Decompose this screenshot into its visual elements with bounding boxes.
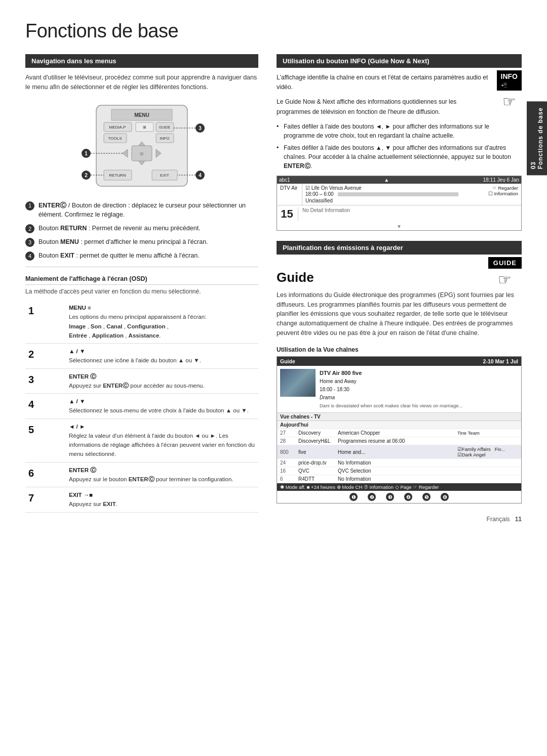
epg-row-6: 6 R4DTT No Information [277, 475, 521, 483]
info-button-graphic: INFO 📲 ☞ [497, 70, 522, 110]
svg-text:MENU: MENU [134, 112, 149, 118]
guide-now-next-preview: abc1 ▲ 18:11 Jeu 6 Jan DTV Air ☑ Life On… [277, 176, 522, 231]
svg-text:3: 3 [199, 125, 202, 131]
menu-row-3-num: 3 [25, 368, 66, 394]
preview-show: ☑ Life On Venus Avenue [305, 185, 478, 191]
preview-bottom-row: 15 No Detail Information [277, 205, 521, 223]
svg-text:MEDIA.P: MEDIA.P [109, 125, 126, 130]
svg-text:⊙: ⊙ [140, 151, 144, 156]
preview-ch-num: 15 [280, 207, 298, 221]
menu-row-1: 1 MENU ≡ Les options du menu principal a… [25, 300, 258, 344]
epg-featured-prog: Home and Away [320, 377, 463, 386]
osd-subtitle: La méthode d'accès peut varier en foncti… [25, 288, 258, 295]
preview-time-range: 18:11 Jeu 6 Jan [483, 177, 519, 183]
epg-featured-desc: Dani is devastated when scott makes clea… [320, 402, 463, 409]
info-bullets: Faites défiler à l'aide des boutons ◄, ►… [277, 122, 522, 171]
svg-text:2: 2 [85, 173, 88, 178]
epg-featured-ch: DTV Air 800 five [320, 369, 463, 378]
menu-row-6-num: 6 [25, 462, 66, 487]
epg-num-800: 800 [280, 449, 294, 455]
menu-row-5-label: ◄ / ► Réglez la valeur d'un élément à l'… [66, 418, 258, 462]
menu-row-4-label: ▲ / ▼ Sélectionnez le sous-menu de votre… [66, 394, 258, 419]
epg-header: Guide 2-10 Mar 1 Jul [277, 357, 521, 366]
preview-time: 18:00 – 6:00 [305, 191, 334, 197]
epg-header-right: 2-10 Mar 1 Jul [483, 358, 518, 364]
menu-row-6-label: ENTER Ⓒ Appuyez sur le bouton ENTERⒸ pou… [66, 462, 258, 487]
footer-number: 11 [515, 516, 522, 523]
chapter-tab: 03 Fonctions de base [527, 101, 547, 175]
remote-item-1-text: ENTERⒸ / Bouton de direction : déplacez … [38, 201, 258, 220]
svg-text:EXIT: EXIT [160, 173, 169, 178]
epg-prog-24: No Information [338, 460, 453, 466]
svg-text:RETURN: RETURN [109, 173, 126, 178]
epg-prog-800: Home and... [338, 449, 453, 455]
menu-row-2-num: 2 [25, 344, 66, 369]
chapter-number: 03 [530, 161, 537, 169]
num-2: 2 [25, 224, 34, 233]
info-btn-label: INFO 📲 [497, 70, 522, 91]
epg-prog-6: No Information [338, 476, 453, 482]
menu-row-1-label: MENU ≡ Les options du menu principal app… [66, 300, 258, 344]
remote-item-3-text: Bouton MENU : permet d'afficher le menu … [38, 237, 208, 247]
epg-featured-genre: Drama [320, 394, 463, 402]
page-title: Fonctions de base [25, 20, 522, 42]
planif-header: Planification des émissions à regarder [277, 241, 522, 255]
epg-today-label: Aujourd'hui [280, 422, 308, 428]
guide-hand-icon: ☞ [488, 271, 522, 288]
nav-header-text: Navigation dans les menus [31, 57, 116, 65]
preview-status: Unclassified [305, 198, 478, 203]
menu-row-5: 5 ◄ / ► Réglez la valeur d'un élément à … [25, 418, 258, 462]
info-section: Utilisation du bouton INFO (Guide Now & … [277, 54, 522, 231]
chapter-label: Fonctions de base [537, 107, 544, 169]
epg-ch-800: five [298, 449, 334, 455]
epg-num-16: 16 [280, 468, 294, 474]
info-bullet-1: Faites défiler à l'aide des boutons ◄, ►… [277, 122, 522, 140]
remote-item-1: 1 ENTERⒸ / Bouton de direction : déplace… [25, 201, 258, 220]
epg-header-left: Guide [280, 358, 295, 364]
remote-item-3: 3 Bouton MENU : permet d'afficher le men… [25, 237, 258, 247]
menu-row-7: 7 EXIT →■ Appuyez sur EXIT. [25, 487, 258, 513]
preview-actions: ☞ Regarder ☐ Information [481, 184, 521, 205]
guide-btn-label: GUIDE [488, 257, 522, 269]
guide-section: Guide GUIDE ☞ Les informations du Guide … [277, 260, 522, 504]
menu-row-4: 4 ▲ / ▼ Sélectionnez le sous-menu de vot… [25, 394, 258, 419]
epg-featured-info: DTV Air 800 five Home and Away 18:00 - 1… [320, 369, 463, 410]
preview-show-info: ☑ Life On Venus Avenue 18:00 – 6:00 Uncl… [302, 184, 481, 205]
guide-button-graphic: GUIDE ☞ [488, 257, 522, 288]
epg-prog-16: QVC Selection [338, 468, 453, 474]
preview-regarder: ☞ Regarder [484, 185, 518, 191]
epg-foot-3: ❸ [386, 493, 394, 501]
menu-row-2: 2 ▲ / ▼ Sélectionnez une icône à l'aide … [25, 344, 258, 369]
remote-item-2-text: Bouton RETURN : Permet de revenir au men… [38, 224, 201, 233]
svg-text:⊞: ⊞ [143, 125, 146, 130]
svg-text:TOOLS: TOOLS [108, 136, 122, 141]
guide-title: Guide [277, 270, 314, 285]
epg-footer-numbers: ❶ ❷ ❸ ❹ ❺ ❻ [277, 491, 521, 503]
right-column: Utilisation du bouton INFO (Guide Now & … [277, 54, 522, 513]
planif-header-text: Planification des émissions à regarder [283, 244, 403, 251]
epg-row-16: 16 QVC QVC Selection [277, 467, 521, 475]
epg-extra-27: Tine Team [457, 430, 518, 436]
svg-text:GUIDE: GUIDE [159, 125, 171, 129]
guide-title-row: Guide GUIDE ☞ [277, 260, 522, 290]
epg-ch-6: R4DTT [298, 476, 334, 482]
preview-down-arrow: ▼ [277, 223, 521, 230]
epg-num-27: 27 [280, 430, 294, 436]
nav-section-header: Navigation dans les menus [25, 54, 258, 68]
epg-ch-16: QVC [298, 468, 334, 474]
preview-bar-row: 18:00 – 6:00 [305, 191, 478, 198]
epg-prog-27: American Chopper [338, 430, 453, 436]
epg-row-800: 800 five Home and... ☑Family Affairs Fiv… [277, 445, 521, 459]
epg-row-24: 24 price-drop.tv No Information [277, 459, 521, 467]
epg-footer-text: ✱ Mode aff. ■ +24 heures ⊕ Mode CH ⑦ Inf… [280, 484, 439, 490]
num-3: 3 [25, 238, 34, 247]
remote-numbered-items: 1 ENTERⒸ / Bouton de direction : déplace… [25, 201, 258, 261]
preview-information: ☐ Information [484, 191, 518, 196]
info-body1: L'affichage identifie la chaîne en cours… [277, 73, 522, 92]
epg-ch-24: price-drop.tv [298, 460, 334, 466]
preview-no-detail: No Detail Information [298, 207, 350, 221]
epg-extra-800: ☑Family Affairs Fiv... ☑Dark Angel [457, 446, 518, 457]
menu-row-3: 3 ENTER Ⓒ Appuyez sur ENTERⒸ pour accéde… [25, 368, 258, 394]
info-header-text: Utilisation du bouton INFO (Guide Now & … [283, 57, 429, 65]
epg-foot-1: ❶ [349, 493, 358, 501]
